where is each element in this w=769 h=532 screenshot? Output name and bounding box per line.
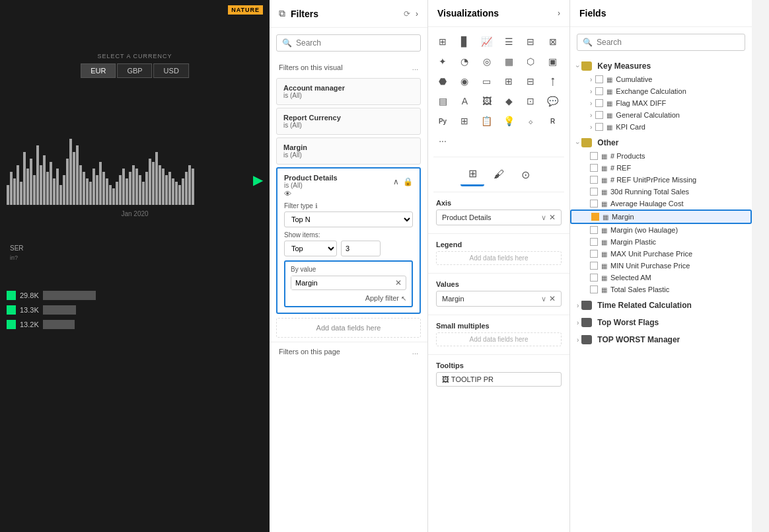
viz-analytics-icon[interactable]: ⊙ (513, 163, 537, 186)
currency-usd[interactable]: USD (154, 63, 189, 78)
field-item-ref-unitpr-checkbox[interactable] (590, 176, 598, 184)
field-item-avg-haulage-checkbox[interactable] (590, 200, 598, 208)
field-item-margin-wo-checkbox[interactable] (590, 226, 598, 234)
field-item-products-checkbox[interactable] (590, 152, 598, 160)
filter-card-product-details[interactable]: Product Details is (All) ∧ 🔒 👁 Filter ty… (276, 167, 421, 314)
viz-icon-decomp[interactable]: ⊞ (455, 112, 474, 130)
viz-icon-filled-map[interactable]: ▣ (544, 52, 562, 71)
viz-icon-donut[interactable]: ◎ (478, 52, 496, 71)
field-item-flag-checkbox[interactable] (595, 99, 603, 107)
field-item-selected-am[interactable]: ▦ Selected AM (570, 272, 752, 284)
field-item-30d-checkbox[interactable] (590, 188, 598, 196)
viz-icon-scatter[interactable]: ✦ (433, 52, 452, 71)
field-item-general-calculation[interactable]: › ▦ General Calculation (570, 109, 752, 121)
field-item-30d-running[interactable]: ▦ 30d Running Total Sales (570, 186, 752, 198)
viz-icon-slicer[interactable]: ▤ (433, 92, 452, 110)
filters-visual-ellipsis[interactable]: ... (412, 63, 418, 71)
viz-icon-treemap[interactable]: ▦ (499, 52, 518, 71)
apply-filter-button[interactable]: Apply filter ↖ (291, 294, 406, 302)
viz-icon-text[interactable]: A (455, 92, 474, 110)
viz-icon-bar[interactable]: ▊ (455, 32, 474, 51)
viz-icon-narrative[interactable]: 📋 (478, 112, 496, 130)
show-items-position-select[interactable]: Top (284, 241, 337, 256)
viz-icon-qa[interactable]: 💬 (544, 92, 562, 110)
field-item-selected-am-checkbox[interactable] (590, 274, 598, 282)
field-item-total-sales-checkbox[interactable] (590, 285, 598, 293)
field-item-margin[interactable]: ▦ Margin (570, 209, 752, 224)
currency-gbp[interactable]: GBP (117, 63, 152, 78)
filters-search-input[interactable] (296, 38, 415, 48)
field-item-avg-haulage[interactable]: ▦ Average Haulage Cost (570, 198, 752, 209)
field-item-ref[interactable]: ▦ # REF (570, 162, 752, 174)
viz-icon-matrix[interactable]: ⊟ (521, 72, 540, 91)
viz-icon-bar-h[interactable]: ☰ (499, 32, 518, 51)
field-item-min-unit-purchase[interactable]: ▦ MIN Unit Purchase Price (570, 260, 752, 272)
field-item-ref-unitpr[interactable]: ▦ # REF UnitPrPrice Missing (570, 174, 752, 186)
filter-card-margin[interactable]: Margin is (All) (276, 137, 421, 165)
viz-icon-stacked-bar[interactable]: ⊞ (433, 32, 452, 51)
field-item-ref-checkbox[interactable] (590, 164, 598, 172)
field-item-cumulative[interactable]: › ▦ Cumulative (570, 73, 752, 85)
field-item-general-checkbox[interactable] (595, 111, 603, 119)
viz-icon-card[interactable]: ▭ (478, 72, 496, 91)
field-item-kpi-card[interactable]: › ▦ KPI Card (570, 121, 752, 133)
viz-icon-map[interactable]: ⬡ (521, 52, 540, 71)
by-value-clear-icon[interactable]: ✕ (391, 278, 406, 287)
field-item-total-sales-plastic[interactable]: ▦ Total Sales Plastic (570, 284, 752, 295)
viz-icon-pie[interactable]: ◔ (455, 52, 474, 71)
viz-icon-table[interactable]: ⊞ (499, 72, 518, 91)
viz-icon-funnel[interactable]: ⬣ (433, 72, 452, 91)
field-item-margin-plastic-checkbox[interactable] (590, 238, 598, 246)
field-item-max-unit-purchase[interactable]: ▦ MAX Unit Purchase Price (570, 248, 752, 260)
field-item-cumulative-checkbox[interactable] (595, 75, 603, 83)
filter-type-select[interactable]: Top N (284, 211, 413, 227)
by-value-input[interactable] (291, 276, 391, 289)
field-group-time-related-header[interactable]: › Time Related Calculation (570, 298, 752, 313)
viz-icon-waterfall[interactable]: ⊠ (544, 32, 562, 51)
field-item-kpi-checkbox[interactable] (595, 123, 603, 131)
field-item-min-unit-checkbox[interactable] (590, 262, 598, 270)
filter-card-report-currency[interactable]: Report Currency is (All) (276, 108, 421, 135)
field-item-margin-wo-haulage[interactable]: ▦ Margin (wo Haulage) (570, 224, 752, 236)
viz-icon-ribbon[interactable]: ⊟ (521, 32, 540, 51)
field-group-key-measures-header[interactable]: › Key Measures (570, 59, 752, 73)
viz-icon-r[interactable]: R (544, 112, 562, 130)
viz-icon-shapes[interactable]: ◆ (499, 92, 518, 110)
field-item-max-unit-checkbox[interactable] (590, 250, 598, 258)
currency-eur[interactable]: EUR (81, 63, 116, 78)
field-group-top-worst-manager-header[interactable]: › TOP WORST Manager (570, 332, 752, 347)
viz-icon-gauge[interactable]: ◉ (455, 72, 474, 91)
field-item-margin-checkbox[interactable] (591, 213, 599, 221)
field-group-other-header[interactable]: › Other (570, 135, 752, 150)
filters-search-box[interactable]: 🔍 (276, 34, 421, 52)
viz-icon-smart[interactable]: 💡 (499, 112, 518, 130)
field-item-flag-max-diff[interactable]: › ▦ Flag MAX DIFF (570, 97, 752, 109)
viz-format-icon[interactable]: 🖌 (487, 163, 511, 186)
field-item-exchange-calculation[interactable]: › ▦ Exchange Calculation (570, 85, 752, 97)
filters-page-ellipsis[interactable]: ... (412, 348, 418, 356)
viz-fields-icon[interactable]: ⊞ (460, 163, 484, 186)
field-group-top-worst-flags-header[interactable]: › Top Worst Flags (570, 315, 752, 330)
show-items-count-input[interactable] (341, 241, 381, 256)
lock-icon[interactable]: 🔒 (403, 177, 413, 186)
viz-axis-field: Product Details ∨ ✕ (436, 209, 562, 225)
viz-icon-more[interactable]: ··· (433, 132, 452, 150)
viz-expand-icon[interactable]: › (558, 9, 560, 18)
viz-icon-image[interactable]: 🖼 (478, 92, 496, 110)
filters-expand-icon[interactable]: › (416, 9, 418, 19)
fields-search-input[interactable] (597, 38, 739, 47)
viz-axis-field-clear-icon[interactable]: ✕ (549, 213, 556, 222)
viz-icon-paginated[interactable]: ⬦ (521, 112, 540, 130)
fields-search-box[interactable]: 🔍 (577, 34, 745, 51)
viz-icon-py[interactable]: Py (433, 112, 452, 130)
filter-card-account-manager[interactable]: Account manager is (All) (276, 78, 421, 105)
collapse-icon[interactable]: ∧ (393, 177, 399, 186)
field-item-exchange-checkbox[interactable] (595, 87, 603, 95)
viz-values-field-clear-icon[interactable]: ✕ (549, 294, 556, 303)
field-item-margin-plastic[interactable]: ▦ Margin Plastic (570, 236, 752, 248)
viz-icon-button[interactable]: ⊡ (521, 92, 540, 110)
field-item-products[interactable]: ▦ # Products (570, 150, 752, 162)
visibility-icon[interactable]: 👁 (284, 190, 291, 198)
viz-icon-line[interactable]: 📈 (478, 32, 496, 51)
viz-icon-kpi[interactable]: ⭡ (544, 72, 562, 91)
